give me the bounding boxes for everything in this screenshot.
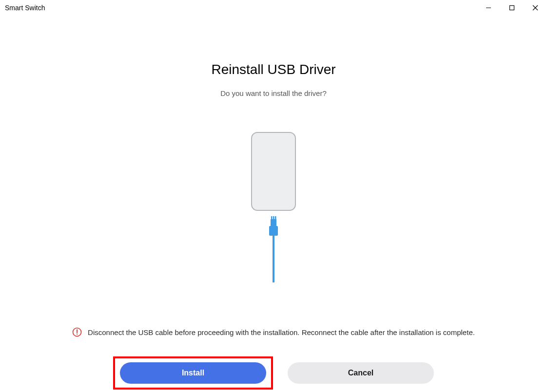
maximize-button[interactable] [500, 0, 524, 16]
button-row: Install Cancel [113, 356, 434, 390]
phone-usb-icon [249, 131, 298, 282]
svg-point-13 [77, 334, 78, 335]
svg-rect-4 [252, 132, 295, 210]
warning-row: Disconnect the USB cable before proceedi… [72, 327, 475, 337]
window-title: Smart Switch [5, 4, 45, 12]
svg-rect-1 [510, 6, 514, 10]
minimize-icon [486, 5, 491, 11]
dialog-subtitle: Do you want to install the driver? [220, 89, 327, 97]
svg-rect-6 [271, 216, 273, 219]
maximize-icon [509, 5, 515, 11]
warning-text: Disconnect the USB cable before proceedi… [88, 328, 475, 336]
svg-rect-9 [269, 226, 278, 236]
install-highlight: Install [113, 356, 273, 390]
warning-icon [72, 327, 82, 337]
svg-rect-8 [275, 216, 276, 219]
main-content: Reinstall USB Driver Do you want to inst… [0, 16, 547, 390]
close-icon [532, 5, 538, 11]
window-controls [477, 0, 547, 16]
svg-rect-5 [271, 219, 276, 226]
install-button[interactable]: Install [120, 362, 266, 384]
minimize-button[interactable] [477, 0, 500, 16]
cancel-button[interactable]: Cancel [288, 362, 434, 384]
close-button[interactable] [524, 0, 547, 16]
titlebar: Smart Switch [0, 0, 547, 16]
dialog-heading: Reinstall USB Driver [211, 62, 335, 77]
svg-rect-7 [273, 216, 274, 219]
usb-phone-graphic [249, 131, 298, 284]
